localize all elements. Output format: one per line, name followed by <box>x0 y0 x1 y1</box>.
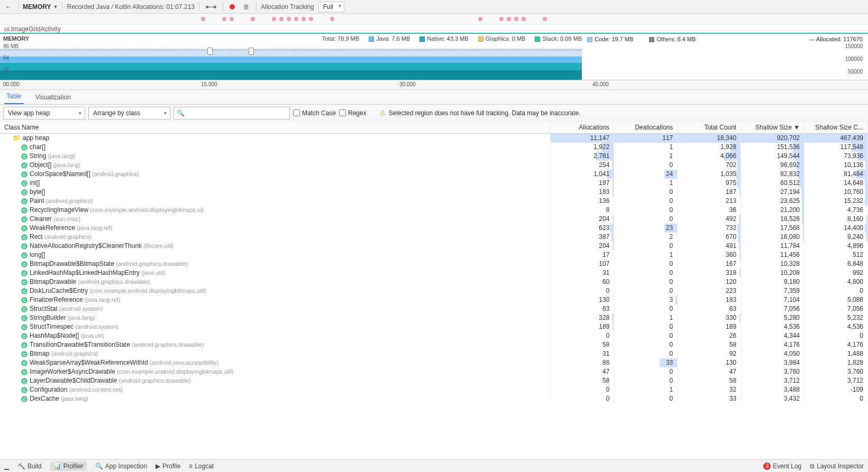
class-icon: c <box>21 270 28 276</box>
class-icon: c <box>21 162 28 169</box>
arrange-select[interactable]: Arrange by class <box>88 107 170 119</box>
table-row[interactable]: cFinalizerReference (java.lang.ref) 1303… <box>0 295 868 304</box>
table-row[interactable]: clong[] 17136011,456512 <box>0 251 868 260</box>
range-handle-end[interactable] <box>249 48 254 55</box>
sb-logcat[interactable]: ≡ Logcat <box>189 462 214 470</box>
table-row[interactable]: cRecyclingImageView (com.example.android… <box>0 206 868 215</box>
col-classname[interactable]: Class Name <box>0 122 551 134</box>
class-icon: c <box>21 360 28 366</box>
table-row[interactable]: cWeakReference (java.lang.ref) 623237321… <box>0 224 868 233</box>
table-row[interactable]: cPaint (android.graphics) 136021323,6251… <box>0 197 868 206</box>
sb-min[interactable]: ▁ <box>4 462 9 470</box>
table-row[interactable]: cint[] 197197560,51214,648 <box>0 179 868 188</box>
table-row[interactable]: cConfiguration (android.content.res) 013… <box>0 385 868 394</box>
col-deallocations[interactable]: Deallocations <box>614 122 678 134</box>
class-icon: c <box>21 324 28 330</box>
col-totalcount[interactable]: Total Count <box>678 122 741 134</box>
table-row[interactable]: 📁app heap 11,14711718,340920,702467,439 <box>0 134 868 143</box>
table-row[interactable]: cStructTimespec (android.system) 1890189… <box>0 322 868 331</box>
event-markers <box>0 14 868 24</box>
time-axis: 00.000 15.000 30.000 45.000 <box>0 80 868 90</box>
table-row[interactable]: cStructStat (android.system) 630637,0567… <box>0 304 868 313</box>
table-row[interactable]: cHashMap$Node[] (java.util) 00264,3440 <box>0 331 868 340</box>
axis-100k: 100000 <box>845 56 863 62</box>
tab-table[interactable]: Table <box>4 89 24 104</box>
table-row[interactable]: cNativeAllocationRegistry$CleanerThunk (… <box>0 242 868 251</box>
table-row[interactable]: cDiskLruCache$Entry (com.example.android… <box>0 286 868 295</box>
sb-app-inspection[interactable]: 🔍 App Inspection <box>95 462 147 470</box>
class-icon: c <box>21 216 28 223</box>
class-icon: c <box>21 171 28 178</box>
table-row[interactable]: cBitmapDrawable$BitmapState (android.gra… <box>0 260 868 269</box>
back-button[interactable]: ← <box>3 2 14 12</box>
alloc-tracking-select[interactable]: Full <box>318 2 344 12</box>
caret-icon: ▼ <box>53 4 58 10</box>
col-allocations[interactable]: Allocations <box>551 122 614 134</box>
table-row[interactable]: cStringBuilder (java.lang) 32813305,2805… <box>0 313 868 322</box>
class-icon: c <box>21 243 28 249</box>
table-row[interactable]: cString (java.lang) 2,78114,066149,54473… <box>0 152 868 161</box>
class-icon: c <box>21 189 28 196</box>
class-icon: c <box>21 144 28 151</box>
class-icon: c <box>21 297 28 303</box>
warning-text: Selected region does not have full track… <box>389 109 581 117</box>
table-row[interactable]: cCleaner (sun.misc) 204049218,5288,160 <box>0 215 868 224</box>
col-shallowsizec[interactable]: Shallow Size C... <box>805 122 868 134</box>
sb-layout-inspector[interactable]: ⧉ Layout Inspector <box>810 462 864 470</box>
folder-icon: 📁 <box>13 134 21 142</box>
class-icon: c <box>21 288 28 294</box>
allocation-table[interactable]: Class Name Allocations Deallocations Tot… <box>0 122 868 459</box>
table-row[interactable]: cImageWorker$AsyncDrawable (com.example.… <box>0 367 868 376</box>
stack-label: Stack: 0.09 MB <box>542 35 582 42</box>
table-row[interactable]: cTransitionDrawable$TransitionState (and… <box>0 340 868 349</box>
search-icon: 🔍 <box>177 109 185 117</box>
table-row[interactable]: cLinkedHashMap$LinkedHashMapEntry (java.… <box>0 269 868 277</box>
total-label: Total: 78.9 MB <box>322 35 359 42</box>
sb-profiler[interactable]: 📊 Profiler <box>50 461 87 471</box>
activity-label: ui.ImageGridActivity <box>4 25 61 33</box>
tab-visualization[interactable]: Visualization <box>33 90 73 104</box>
top-toolbar: ← MEMORY ▼ Recorded Java / Kotlin Alloca… <box>0 0 868 14</box>
fit-icon[interactable]: ⇤⇥ <box>204 2 218 12</box>
class-icon: c <box>21 342 28 348</box>
table-row[interactable]: cBitmapDrawable (android.graphics.drawab… <box>0 277 868 286</box>
heap-select[interactable]: View app heap <box>3 107 85 119</box>
class-icon: c <box>21 180 28 187</box>
table-row[interactable]: cObject[] (java.lang) 254070296,69210,13… <box>0 161 868 170</box>
class-icon: c <box>21 351 28 357</box>
statusbar: ▁ 🔨 Build 📊 Profiler 🔍 App Inspection ▶ … <box>0 459 868 472</box>
table-row[interactable]: cColorSpace$Named[] (android.graphics) 1… <box>0 170 868 179</box>
activity-bar: ui.ImageGridActivity <box>0 24 868 34</box>
record-button[interactable] <box>227 3 237 11</box>
table-row[interactable]: cWeakSparseArray$WeakReferenceWithId (an… <box>0 358 868 367</box>
class-icon: c <box>21 225 28 232</box>
recording-label: Recorded Java / Kotlin Allocations: 01:0… <box>67 3 195 11</box>
mem-y-64: 64 <box>3 55 9 61</box>
table-row[interactable]: cbyte[] 183018727,19410,760 <box>0 188 868 197</box>
table-row[interactable]: cchar[] 1,92211,928151,536117,548 <box>0 143 868 152</box>
delete-button[interactable]: 🗑 <box>241 2 252 12</box>
table-row[interactable]: cDexCache (java.lang) 00333,4320 <box>0 394 868 403</box>
sb-event-log[interactable]: 3Event Log <box>763 462 801 470</box>
range-handle-start[interactable] <box>207 48 213 55</box>
memory-chart[interactable]: MEMORY Total: 78.9 MB Java: 7.6 MB Nativ… <box>0 34 868 80</box>
graphics-label: Graphics: 0 MB <box>486 35 526 42</box>
memory-selector[interactable]: MEMORY ▼ <box>23 3 58 11</box>
native-label: Native: 43.3 MB <box>427 35 468 42</box>
table-row[interactable]: cRect (android.graphics) 387267016,0809,… <box>0 233 868 242</box>
search-input[interactable]: 🔍 <box>173 107 290 119</box>
alloc-tracking-label: Allocation Tracking <box>261 3 314 11</box>
class-icon: c <box>21 198 28 205</box>
memory-selector-label: MEMORY <box>23 3 51 11</box>
sb-build[interactable]: 🔨 Build <box>17 462 42 470</box>
col-shallowsize[interactable]: Shallow Size ▼ <box>741 122 805 134</box>
class-icon: c <box>21 234 28 240</box>
table-row[interactable]: cLayerDrawable$ChildDrawable (android.gr… <box>0 376 868 385</box>
match-case-checkbox[interactable]: Match Case <box>293 109 336 117</box>
class-icon: c <box>21 153 28 160</box>
class-icon: c <box>21 207 28 214</box>
table-row[interactable]: cBitmap (android.graphics) 310924,0501,4… <box>0 349 868 358</box>
sb-profile[interactable]: ▶ Profile <box>156 462 180 470</box>
class-icon: c <box>21 369 28 375</box>
regex-checkbox[interactable]: Regex <box>339 109 367 117</box>
